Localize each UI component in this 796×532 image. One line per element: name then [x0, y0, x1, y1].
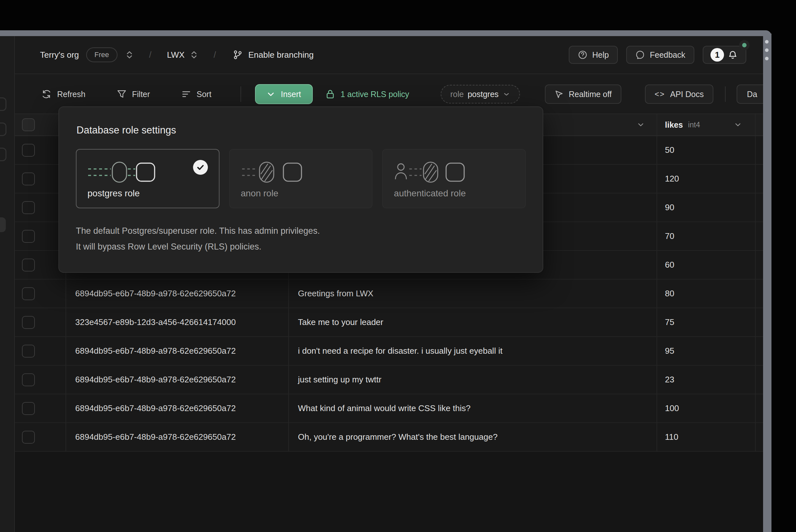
- status-green-dot: [739, 40, 749, 50]
- code-brackets-icon: <>: [655, 90, 665, 99]
- nav-rail: [0, 36, 15, 532]
- project-name[interactable]: LWX: [167, 50, 184, 60]
- help-button[interactable]: Help: [569, 46, 618, 64]
- likes-cell[interactable]: 80: [657, 280, 756, 308]
- notifications-button[interactable]: 1: [703, 46, 746, 64]
- likes-cell[interactable]: 120: [657, 165, 756, 193]
- clipped-button-label: Da: [747, 90, 757, 99]
- insert-button[interactable]: Insert: [255, 84, 313, 104]
- row-checkbox[interactable]: [22, 373, 35, 386]
- enable-branching-label: Enable branching: [248, 50, 313, 60]
- clipped-column-header: [756, 114, 763, 135]
- postgres-role-flow-icon: [88, 160, 155, 184]
- role-option-anon[interactable]: anon role: [229, 149, 373, 208]
- row-checkbox[interactable]: [22, 201, 35, 214]
- likes-cell[interactable]: 60: [657, 251, 756, 279]
- clipped-cell: [756, 394, 763, 422]
- feedback-bubble-icon: [635, 50, 645, 60]
- row-checkbox[interactable]: [22, 230, 35, 243]
- rail-nav-icon[interactable]: [0, 122, 6, 136]
- authenticated-role-flow-icon: [394, 160, 468, 184]
- likes-cell[interactable]: 110: [657, 423, 756, 451]
- uuid-cell[interactable]: 6894db95-e6b7-48b9-a978-62e629650a72: [66, 394, 289, 422]
- clipped-cell: [756, 251, 763, 279]
- likes-column-name: likes: [665, 120, 683, 130]
- api-docs-button[interactable]: <> API Docs: [645, 84, 713, 104]
- column-menu-chevron-icon[interactable]: [636, 120, 645, 129]
- insert-label: Insert: [281, 90, 301, 99]
- table-row[interactable]: 6894db95-e6b7-48b9-a978-62e629650a72Gree…: [15, 280, 763, 308]
- clipped-toolbar-button[interactable]: Da: [737, 84, 763, 104]
- sort-icon: [181, 89, 191, 99]
- clipped-cell: [756, 366, 763, 394]
- table-row[interactable]: 6894db95-e6b7-48b9-a978-62e629650a72What…: [15, 394, 763, 423]
- likes-cell[interactable]: 70: [657, 222, 756, 250]
- help-label: Help: [592, 50, 609, 60]
- role-selector-button[interactable]: role postgres: [440, 85, 520, 103]
- table-row[interactable]: 323e4567-e89b-12d3-a456-426614174000Take…: [15, 308, 763, 337]
- row-checkbox[interactable]: [22, 402, 35, 415]
- breadcrumb-separator: /: [214, 50, 216, 60]
- org-name[interactable]: Terry's org: [40, 50, 79, 60]
- likes-cell[interactable]: 75: [657, 308, 756, 336]
- likes-cell[interactable]: 50: [657, 136, 756, 164]
- clipped-cell: [756, 193, 763, 222]
- likes-cell[interactable]: 95: [657, 337, 756, 365]
- message-cell[interactable]: Take me to your leader: [289, 308, 657, 336]
- select-all-checkbox[interactable]: [22, 118, 35, 131]
- row-checkbox[interactable]: [22, 287, 35, 300]
- panel-title: Database role settings: [76, 125, 526, 136]
- row-select-cell: [15, 366, 66, 394]
- column-menu-chevron-icon[interactable]: [734, 120, 742, 129]
- plan-badge[interactable]: Free: [86, 48, 117, 62]
- rail-nav-item-active[interactable]: [0, 217, 6, 232]
- breadcrumb-separator: /: [149, 50, 152, 60]
- role-option-label: authenticated role: [394, 188, 466, 198]
- feedback-button[interactable]: Feedback: [626, 46, 694, 64]
- clipped-cell: [756, 423, 763, 451]
- row-checkbox[interactable]: [22, 345, 35, 358]
- uuid-cell[interactable]: 323e4567-e89b-12d3-a456-426614174000: [66, 308, 289, 336]
- message-cell[interactable]: just setting up my twttr: [289, 366, 657, 394]
- message-cell[interactable]: What kind of animal would write CSS like…: [289, 394, 657, 422]
- row-checkbox[interactable]: [22, 259, 35, 271]
- message-cell[interactable]: i don't need a recipe for disaster. i us…: [289, 337, 657, 365]
- project-selector-icon[interactable]: [190, 50, 198, 59]
- role-description-line2: It will bypass Row Level Security (RLS) …: [76, 239, 526, 255]
- database-role-settings-panel: Database role settings postgres role: [58, 107, 543, 273]
- row-select-cell: [15, 337, 66, 365]
- frame-grip-dot: [765, 40, 768, 43]
- rail-nav-icon[interactable]: [0, 97, 6, 111]
- realtime-toggle-button[interactable]: Realtime off: [545, 84, 621, 104]
- uuid-cell[interactable]: 6894db95-e6b7-48b9-a978-62e629650a72: [66, 337, 289, 365]
- uuid-cell[interactable]: 6894db95-e6b7-48b9-a978-62e629650a72: [66, 366, 289, 394]
- message-cell[interactable]: Oh, you're a programmer? What's the best…: [289, 423, 657, 451]
- table-row[interactable]: 6894db95-e6b7-48b9-a978-62e629650a72i do…: [15, 337, 763, 366]
- row-checkbox[interactable]: [22, 431, 35, 444]
- role-option-postgres[interactable]: postgres role: [76, 149, 219, 208]
- bell-icon: [727, 49, 739, 61]
- feedback-label: Feedback: [650, 50, 685, 60]
- row-checkbox[interactable]: [22, 316, 35, 329]
- row-checkbox[interactable]: [22, 172, 35, 185]
- toolbar-separator: [240, 87, 241, 102]
- table-row[interactable]: 6894db95-e6b7-48b9-a978-62e629650a72just…: [15, 366, 763, 394]
- table-row[interactable]: 6894db95-e6b7-48b9-a978-62e629650a72Oh, …: [15, 423, 763, 452]
- likes-cell[interactable]: 23: [657, 366, 756, 394]
- role-label: role: [450, 90, 464, 99]
- window-right-border[interactable]: [763, 34, 772, 532]
- enable-branching-button[interactable]: Enable branching: [233, 50, 313, 60]
- likes-cell[interactable]: 90: [657, 193, 756, 222]
- likes-column-header[interactable]: likes int4: [657, 114, 756, 135]
- sort-label: Sort: [197, 90, 212, 99]
- likes-cell[interactable]: 100: [657, 394, 756, 422]
- row-checkbox[interactable]: [22, 144, 35, 157]
- uuid-cell[interactable]: 6894db95-e6b7-48b9-a978-62e629650a72: [66, 280, 289, 308]
- rail-nav-icon[interactable]: [0, 148, 6, 161]
- role-option-authenticated[interactable]: authenticated role: [382, 149, 526, 208]
- message-cell[interactable]: Greetings from LWX: [289, 280, 657, 308]
- row-select-cell: [15, 280, 66, 308]
- org-selector-icon[interactable]: [125, 50, 134, 59]
- uuid-cell[interactable]: 6894db95-e6b7-48b9-a978-62e629650a72: [66, 423, 289, 451]
- realtime-label: Realtime off: [569, 90, 612, 99]
